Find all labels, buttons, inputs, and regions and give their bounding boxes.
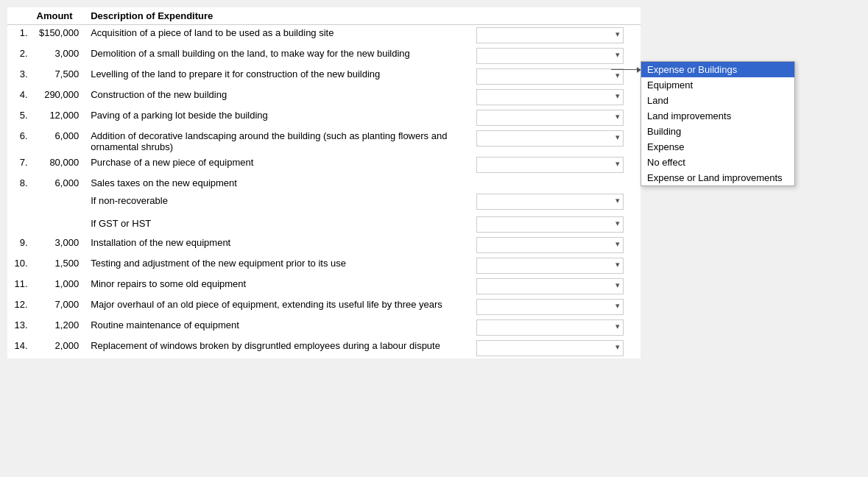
table-row: 6. 6,000 Addition of decorative landscap… xyxy=(7,128,641,155)
dropdown-option[interactable]: Land improvements xyxy=(641,108,794,124)
row-amount: 1,200 xyxy=(31,317,85,338)
row-desc: Construction of the new building xyxy=(85,87,470,107)
table-row: 8. 6,000 Sales taxes on the new equipmen… xyxy=(7,175,641,191)
row-amount: 6,000 xyxy=(31,128,85,155)
dropdown-option[interactable]: Expense xyxy=(641,139,794,155)
table-row: 4. 290,000 Construction of the new build… xyxy=(7,87,641,107)
row-select[interactable]: Expense or BuildingsEquipmentLandLand im… xyxy=(476,48,624,64)
header-desc: Description of Expenditure xyxy=(85,7,641,25)
row-number: 14. xyxy=(7,338,31,358)
row-select[interactable]: Expense or BuildingsEquipmentLandLand im… xyxy=(476,130,624,146)
table-row: 10. 1,500 Testing and adjustment of the … xyxy=(7,255,641,276)
table-row: 14. 2,000 Replacement of windows broken … xyxy=(7,338,641,358)
row-number: 1. xyxy=(7,25,31,46)
row-select[interactable]: Expense or BuildingsEquipmentLandLand im… xyxy=(476,258,624,274)
header-amount: Amount xyxy=(31,7,85,25)
row-desc: Minor repairs to some old equipment xyxy=(85,276,470,297)
row-desc: Routine maintenance of equipment xyxy=(85,317,470,338)
row-number: 12. xyxy=(7,297,31,317)
dropdown-popup: Expense or BuildingsEquipmentLandLand im… xyxy=(641,61,795,186)
dropdown-option[interactable]: No effect xyxy=(641,155,794,170)
sub-label2: If GST or HST xyxy=(85,212,470,235)
dropdown-option[interactable]: Expense or Land improvements xyxy=(641,170,794,186)
dropdown-option[interactable]: Expense or Buildings xyxy=(641,62,794,77)
dropdown-option[interactable]: Equipment xyxy=(641,77,794,93)
row-number: 11. xyxy=(7,276,31,297)
row-select[interactable]: Expense or BuildingsEquipmentLandLand im… xyxy=(476,194,624,210)
table-row: 1. $150,000 Acquisition of a piece of la… xyxy=(7,25,641,46)
row-amount: 7,500 xyxy=(31,66,85,87)
row-desc: Replacement of windows broken by disgrun… xyxy=(85,338,470,358)
row-select[interactable]: Expense or BuildingsEquipmentLandLand im… xyxy=(476,157,624,173)
row-select[interactable]: Expense or BuildingsEquipmentLandLand im… xyxy=(476,340,624,356)
row-amount: 1,000 xyxy=(31,276,85,297)
row-amount: 6,000 xyxy=(31,175,85,191)
table-row: 7. 80,000 Purchase of a new piece of equ… xyxy=(7,155,641,175)
row-select[interactable]: Expense or BuildingsEquipmentLandLand im… xyxy=(476,237,624,253)
row-desc: Acquisition of a piece of land to be use… xyxy=(85,25,470,46)
main-container: Amount Description of Expenditure 1. $15… xyxy=(7,7,641,358)
row-amount: 3,000 xyxy=(31,46,85,66)
row-desc: Sales taxes on the new equipment xyxy=(85,175,470,191)
row-number: 8. xyxy=(7,175,31,191)
table-header: Amount Description of Expenditure xyxy=(7,7,641,25)
table-sub-row: If non-recoverable Expense or BuildingsE… xyxy=(7,191,641,212)
row-desc: Addition of decorative landscaping aroun… xyxy=(85,128,470,155)
row-amount: 7,000 xyxy=(31,297,85,317)
row-select[interactable]: Expense or BuildingsEquipmentLandLand im… xyxy=(476,68,624,85)
row-select[interactable]: Expense or BuildingsEquipmentLandLand im… xyxy=(476,110,624,126)
row-select[interactable]: Expense or BuildingsEquipmentLandLand im… xyxy=(476,89,624,105)
sub-label: If non-recoverable xyxy=(85,191,470,212)
dropdown-option[interactable]: Building xyxy=(641,124,794,139)
row-desc: Paving of a parking lot beside the build… xyxy=(85,107,470,128)
table-sub-row2: If GST or HST Expense or BuildingsEquipm… xyxy=(7,212,641,235)
row-select[interactable]: Expense or BuildingsEquipmentLandLand im… xyxy=(476,299,624,315)
row-amount: $150,000 xyxy=(31,25,85,46)
row-amount: 290,000 xyxy=(31,87,85,107)
row-desc: Demolition of a small building on the la… xyxy=(85,46,470,66)
row-number: 4. xyxy=(7,87,31,107)
dropdown-option[interactable]: Land xyxy=(641,93,794,108)
table-row: 11. 1,000 Minor repairs to some old equi… xyxy=(7,276,641,297)
row-number: 5. xyxy=(7,107,31,128)
row-desc: Levelling of the land to prepare it for … xyxy=(85,66,470,87)
table-row: 13. 1,200 Routine maintenance of equipme… xyxy=(7,317,641,338)
row-select[interactable]: Expense or BuildingsEquipmentLandLand im… xyxy=(476,278,624,294)
row-amount: 3,000 xyxy=(31,235,85,255)
arrow-indicator xyxy=(611,69,641,70)
row-number: 7. xyxy=(7,155,31,175)
row-number: 3. xyxy=(7,66,31,87)
table-row: 2. 3,000 Demolition of a small building … xyxy=(7,46,641,66)
row-amount: 2,000 xyxy=(31,338,85,358)
row-amount: 12,000 xyxy=(31,107,85,128)
row-desc: Installation of the new equipment xyxy=(85,235,470,255)
row-amount: 80,000 xyxy=(31,155,85,175)
row-desc: Major overhaul of an old piece of equipm… xyxy=(85,297,470,317)
row-select[interactable]: Expense or BuildingsEquipmentLandLand im… xyxy=(476,319,624,336)
table-row: 12. 7,000 Major overhaul of an old piece… xyxy=(7,297,641,317)
row-number: 2. xyxy=(7,46,31,66)
row-select2[interactable]: Expense or BuildingsEquipmentLandLand im… xyxy=(476,216,624,233)
table-row: 3. 7,500 Levelling of the land to prepar… xyxy=(7,66,641,87)
header-num xyxy=(7,7,31,25)
row-amount: 1,500 xyxy=(31,255,85,276)
row-select[interactable]: Expense or BuildingsEquipmentLandLand im… xyxy=(476,27,624,43)
row-desc: Testing and adjustment of the new equipm… xyxy=(85,255,470,276)
row-desc: Purchase of a new piece of equipment xyxy=(85,155,470,175)
row-number: 6. xyxy=(7,128,31,155)
table-row: 5. 12,000 Paving of a parking lot beside… xyxy=(7,107,641,128)
table-row: 9. 3,000 Installation of the new equipme… xyxy=(7,235,641,255)
row-number: 13. xyxy=(7,317,31,338)
row-number: 10. xyxy=(7,255,31,276)
row-select-cell xyxy=(470,175,641,191)
row-number: 9. xyxy=(7,235,31,255)
